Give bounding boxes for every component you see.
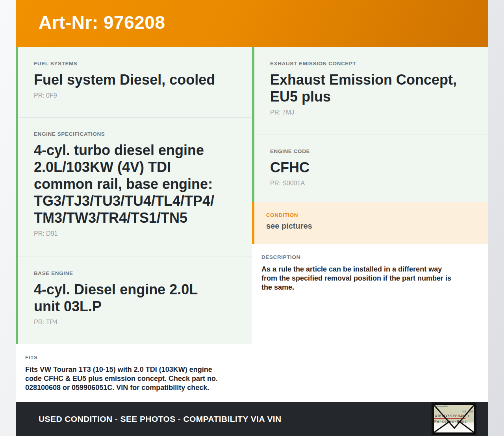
listing-content: Art-Nr: 976208 FUEL SYSTEMS Fuel system …: [16, 0, 488, 436]
article-number-title: Art-Nr: 976208: [39, 12, 165, 33]
engine-code-title: CFHC: [270, 159, 479, 176]
exhaust-emission-pr-code: PR: 7MJ: [270, 109, 479, 116]
condition-value: see pictures: [266, 222, 479, 231]
page-background: Art-Nr: 976208 FUEL SYSTEMS Fuel system …: [0, 0, 504, 436]
engine-specifications-label: ENGINE SPECIFICATIONS: [34, 131, 243, 137]
footer-banner-text: USED CONDITION - SEE PHOTOS - COMPATIBIL…: [39, 414, 282, 424]
vin-document-thumbnail: Fahrgestellnr. |4| AiA W1B71463J3134B 7 …: [432, 403, 476, 435]
section-engine-specifications: ENGINE SPECIFICATIONS 4-cyl. turbo diese…: [18, 117, 252, 257]
section-description: DESCRIPTION As a rule the article can be…: [252, 244, 488, 402]
engine-specifications-title: 4-cyl. turbo diesel engine 2.0L/103KW (4…: [34, 142, 243, 226]
fuel-systems-pr-code: PR: 0F9: [34, 92, 243, 99]
description-text: As a rule the article can be installed i…: [261, 265, 479, 292]
section-base-engine: BASE ENGINE 4-cyl. Diesel engine 2.0L un…: [18, 257, 252, 344]
left-spec-panel: FUEL SYSTEMS Fuel system Diesel, cooled …: [16, 47, 252, 344]
header-bar: Art-Nr: 976208: [16, 0, 488, 47]
footer-banner: USED CONDITION - SEE PHOTOS - COMPATIBIL…: [16, 402, 488, 436]
right-spec-panel: EXHAUST EMISSION CONCEPT Exhaust Emissio…: [252, 47, 488, 202]
fits-label: FITS: [25, 355, 243, 360]
fuel-systems-label: FUEL SYSTEMS: [34, 61, 243, 67]
engine-code-label: ENGINE CODE: [270, 148, 479, 154]
exhaust-emission-label: EXHAUST EMISSION CONCEPT: [270, 61, 479, 67]
section-fuel-systems: FUEL SYSTEMS Fuel system Diesel, cooled …: [18, 47, 252, 117]
columns: FUEL SYSTEMS Fuel system Diesel, cooled …: [16, 47, 488, 402]
description-label: DESCRIPTION: [261, 254, 479, 260]
engine-specifications-pr-code: PR: D91: [34, 230, 243, 237]
left-column: FUEL SYSTEMS Fuel system Diesel, cooled …: [16, 47, 252, 402]
condition-label: CONDITION: [266, 212, 479, 218]
engine-code-pr-code: PR: S0001A: [270, 180, 479, 187]
section-exhaust-emission-concept: EXHAUST EMISSION CONCEPT Exhaust Emissio…: [254, 47, 488, 135]
base-engine-label: BASE ENGINE: [34, 270, 243, 276]
right-column: EXHAUST EMISSION CONCEPT Exhaust Emissio…: [252, 47, 488, 402]
section-condition: CONDITION see pictures: [252, 202, 488, 244]
section-engine-code: ENGINE CODE CFHC PR: S0001A: [254, 135, 488, 202]
base-engine-pr-code: PR: TP4: [34, 319, 243, 326]
fuel-systems-title: Fuel system Diesel, cooled: [34, 71, 243, 88]
envelope-cross-icon: [433, 404, 475, 434]
base-engine-title: 4-cyl. Diesel engine 2.0L unit 03L.P: [34, 281, 243, 315]
fits-text: Fits VW Touran 1T3 (10-15) with 2.0 TDI …: [25, 365, 243, 392]
section-fits: FITS Fits VW Touran 1T3 (10-15) with 2.0…: [16, 344, 252, 402]
exhaust-emission-title: Exhaust Emission Concept, EU5 plus: [270, 71, 475, 105]
